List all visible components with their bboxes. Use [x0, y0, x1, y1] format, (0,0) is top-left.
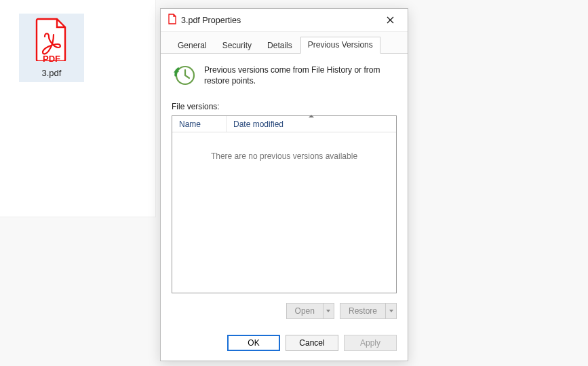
restore-button-dropdown [386, 303, 397, 319]
ok-button[interactable]: OK [227, 335, 280, 351]
tab-previous-versions[interactable]: Previous Versions [300, 37, 380, 54]
column-date-label: Date modified [233, 120, 283, 129]
dialog-title: 3.pdf Properties [181, 16, 376, 25]
cancel-button[interactable]: Cancel [286, 335, 338, 351]
open-button-main: Open [286, 303, 324, 319]
desktop-area: PDF 3.pdf [0, 0, 156, 217]
pdf-small-icon [168, 14, 177, 26]
sort-indicator-icon [309, 115, 314, 117]
tab-security[interactable]: Security [215, 37, 259, 54]
titlebar[interactable]: 3.pdf Properties [161, 9, 408, 32]
file-label: 3.pdf [19, 68, 84, 78]
list-header: Name Date modified [172, 116, 396, 132]
column-date-modified[interactable]: Date modified [227, 116, 396, 132]
info-row: Previous versions come from File History… [172, 63, 397, 90]
tab-details[interactable]: Details [260, 37, 300, 54]
dialog-footer: OK Cancel Apply [161, 328, 408, 361]
tab-content: Previous versions come from File History… [161, 54, 408, 328]
restore-button-main: Restore [340, 303, 386, 319]
file-item-3pdf[interactable]: PDF 3.pdf [19, 14, 84, 82]
column-name[interactable]: Name [172, 116, 227, 132]
properties-dialog: 3.pdf Properties General Security Detail… [160, 8, 408, 361]
history-clock-icon [172, 63, 196, 90]
apply-button: Apply [344, 335, 397, 351]
open-button-dropdown [324, 303, 334, 319]
open-button: Open [286, 303, 334, 319]
info-text: Previous versions come from File History… [204, 63, 397, 90]
close-icon [387, 16, 394, 24]
tab-general[interactable]: General [170, 37, 214, 54]
list-empty-message: There are no previous versions available [172, 132, 396, 293]
file-versions-label: File versions: [172, 102, 397, 111]
pdf-badge: PDF [19, 54, 84, 64]
tab-strip: General Security Details Previous Versio… [161, 32, 408, 54]
restore-button: Restore [340, 303, 397, 319]
close-button[interactable] [376, 11, 404, 30]
versions-list[interactable]: Name Date modified There are no previous… [172, 115, 397, 293]
version-actions: Open Restore [172, 303, 397, 319]
